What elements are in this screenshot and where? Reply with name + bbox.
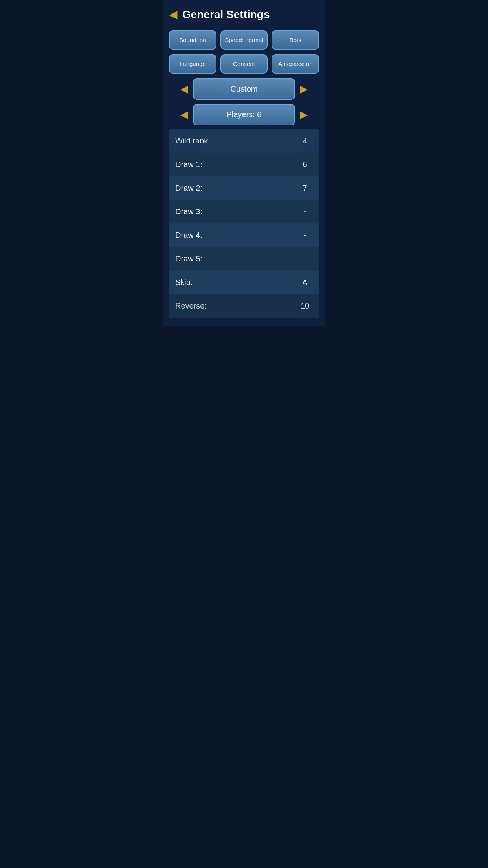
row-value-reverse: 10 (297, 302, 313, 311)
language-button[interactable]: Language (169, 54, 216, 74)
row-value-draw5: - (297, 254, 313, 263)
row-label-draw3: Draw 3: (175, 207, 202, 216)
table-row[interactable]: Draw 1: 6 (169, 153, 319, 177)
table-row[interactable]: Skip: A (169, 271, 319, 294)
row-value-draw2: 7 (297, 184, 313, 193)
row-label-draw4: Draw 4: (175, 231, 202, 240)
row-value-draw3: - (297, 207, 313, 216)
players-prev-arrow[interactable]: ◀ (180, 108, 188, 121)
custom-next-arrow[interactable]: ▶ (300, 83, 308, 95)
row-label-wild-rank: Wild rank: (175, 136, 210, 145)
row-label-draw2: Draw 2: (175, 184, 202, 193)
row-value-skip: A (297, 278, 313, 287)
custom-prev-arrow[interactable]: ◀ (180, 83, 188, 95)
table-row[interactable]: Reverse: 10 (169, 294, 319, 318)
table-row[interactable]: Draw 5: - (169, 247, 319, 271)
table-row[interactable]: Wild rank: 4 (169, 129, 319, 153)
custom-button[interactable]: Custom (193, 78, 295, 100)
table-row[interactable]: Draw 3: - (169, 200, 319, 224)
autopass-button[interactable]: Autopass: on (272, 54, 319, 74)
row-label-skip: Skip: (175, 278, 193, 287)
consent-button[interactable]: Consent (220, 54, 268, 74)
row-value-draw1: 6 (297, 160, 313, 169)
button-row-1: Sound: on Speed: normal Bots (169, 30, 319, 50)
row-value-wild-rank: 4 (297, 136, 313, 145)
players-button[interactable]: Players: 6 (193, 104, 295, 125)
settings-table: Wild rank: 4 Draw 1: 6 Draw 2: 7 Draw 3:… (169, 129, 319, 318)
row-label-draw1: Draw 1: (175, 160, 202, 169)
back-button[interactable]: ◀ (169, 8, 178, 21)
table-row[interactable]: Draw 4: - (169, 224, 319, 247)
players-next-arrow[interactable]: ▶ (300, 108, 308, 121)
row-value-draw4: - (297, 231, 313, 240)
page-title: General Settings (182, 8, 270, 21)
row-label-draw5: Draw 5: (175, 254, 202, 263)
speed-button[interactable]: Speed: normal (220, 30, 268, 50)
header: ◀ General Settings (169, 8, 319, 21)
button-row-2: Language Consent Autopass: on (169, 54, 319, 74)
table-row[interactable]: Draw 2: 7 (169, 177, 319, 200)
players-nav-row: ◀ Players: 6 ▶ (169, 104, 319, 125)
row-label-reverse: Reverse: (175, 302, 207, 311)
sound-button[interactable]: Sound: on (169, 30, 216, 50)
app-container: ◀ General Settings Sound: on Speed: norm… (163, 0, 325, 326)
bots-button[interactable]: Bots (272, 30, 319, 50)
custom-nav-row: ◀ Custom ▶ (169, 78, 319, 100)
